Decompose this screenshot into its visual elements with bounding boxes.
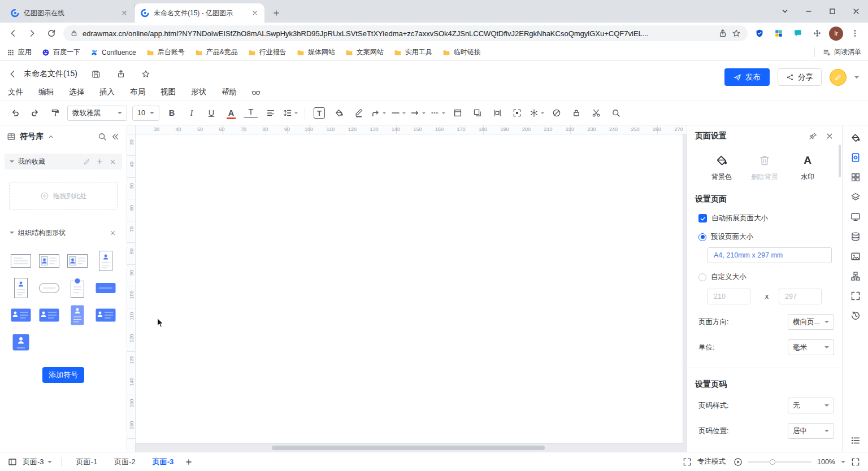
symbol-blue-badge[interactable] [7, 329, 35, 356]
tab-close-icon[interactable] [250, 8, 260, 18]
font-size-select[interactable]: 10 [132, 106, 159, 121]
document-title[interactable]: 未命名文件(15) [24, 69, 77, 79]
bookmark-item[interactable]: 行业报告 [248, 47, 287, 57]
bold-button[interactable]: B [164, 106, 179, 120]
clear-style-button[interactable] [549, 106, 564, 120]
fill-color-button[interactable] [332, 106, 346, 120]
page-tab[interactable]: 页面-3 [153, 457, 174, 467]
symbol-blue-person[interactable] [92, 302, 120, 329]
panel-scrollbar[interactable] [839, 145, 841, 177]
collapse-left-icon[interactable] [111, 132, 120, 141]
close-icon[interactable] [108, 228, 117, 237]
fill-style-tab-icon[interactable] [850, 132, 861, 143]
zoom-slider-thumb[interactable] [770, 459, 775, 465]
structure-tab-icon[interactable] [850, 271, 861, 282]
focus-mode-label[interactable]: 专注模式 [697, 457, 726, 466]
tab-close-icon[interactable] [119, 8, 129, 18]
menu-item[interactable]: 选择 [69, 87, 84, 97]
symbol-blue-person-tall[interactable] [63, 302, 92, 329]
apps-button[interactable]: 应用 [7, 47, 32, 57]
browser-menu-icon[interactable] [848, 26, 862, 41]
menu-item[interactable]: 插入 [99, 87, 115, 97]
bookmark-item[interactable]: 实用工具 [394, 47, 432, 57]
symbol-card-photo[interactable] [35, 247, 63, 274]
extensions-puzzle-icon[interactable] [810, 26, 824, 41]
bookmark-item[interactable]: 媒体网站 [297, 47, 335, 57]
auto-expand-checkbox[interactable]: 自动拓展页面大小 [687, 204, 842, 223]
maximize-button[interactable] [821, 0, 844, 23]
bookmark-item[interactable]: Confluence [90, 49, 136, 56]
custom-height-input[interactable]: 297 [779, 289, 822, 304]
line-style-select[interactable] [391, 106, 406, 120]
redo-icon[interactable] [28, 106, 42, 120]
preset-size-input[interactable]: A4, 210mm x 297 mm [708, 247, 832, 263]
custom-size-radio[interactable]: 自定义大小 [687, 263, 842, 282]
publish-button[interactable]: 发布 [724, 68, 770, 86]
list-menu-icon[interactable] [850, 435, 861, 446]
menu-item[interactable]: 布局 [130, 87, 145, 97]
symbol-card-lines[interactable] [7, 247, 35, 274]
user-avatar[interactable] [830, 69, 847, 86]
presentation-tab-icon[interactable] [850, 211, 861, 223]
forward-icon[interactable] [25, 26, 40, 41]
menu-item[interactable]: 文件 [8, 87, 23, 97]
bookmark-star-icon[interactable] [732, 29, 741, 38]
tools-button[interactable] [589, 106, 604, 120]
watermark-button[interactable]: A水印 [790, 154, 825, 182]
library-search-icon[interactable] [98, 132, 107, 141]
chat-extension-icon[interactable] [791, 26, 805, 41]
symbol-dropzone[interactable]: 拖拽到此处 [9, 182, 118, 210]
symbol-pill[interactable] [35, 274, 63, 302]
reader-glasses-icon[interactable] [251, 88, 261, 97]
format-painter-icon[interactable] [47, 106, 62, 120]
favorite-star-icon[interactable] [140, 68, 152, 80]
menu-item[interactable]: 帮助 [222, 87, 237, 97]
scrollbar-thumb[interactable] [272, 446, 545, 450]
refresh-icon[interactable] [44, 26, 59, 41]
line-spacing-button[interactable] [283, 106, 298, 120]
symbol-blue-rect[interactable] [92, 274, 120, 302]
share-button[interactable]: 分享 [778, 68, 822, 86]
text-effect-button[interactable]: T [244, 108, 258, 119]
beautify-button[interactable] [530, 106, 544, 120]
collapse-up-icon[interactable] [47, 133, 54, 140]
lock-button[interactable] [569, 106, 584, 120]
page-selector[interactable]: 页面-3 [23, 457, 52, 467]
orgchart-section-header[interactable]: 组织结构图形状 [5, 225, 122, 241]
export-icon[interactable] [115, 68, 127, 80]
share-page-icon[interactable] [718, 29, 727, 38]
focus-mode-icon[interactable] [683, 457, 692, 466]
menu-item[interactable]: 编辑 [38, 87, 54, 97]
symbol-blue-person[interactable] [7, 302, 35, 329]
menu-item[interactable]: 形状 [191, 87, 206, 97]
browser-profile-badge[interactable]: Ir [829, 27, 843, 41]
symbol-blue-person[interactable] [35, 302, 63, 329]
page-number-position-select[interactable]: 居中 [788, 423, 834, 439]
preset-size-radio[interactable]: 预设页面大小 [687, 223, 842, 242]
dash-style-select[interactable] [431, 106, 445, 120]
italic-button[interactable]: I [184, 106, 199, 120]
unit-select[interactable]: 毫米 [788, 339, 834, 355]
symbol-card-portrait[interactable] [7, 274, 35, 302]
arrow-style-select[interactable] [411, 106, 426, 120]
fullscreen-icon[interactable] [851, 457, 860, 466]
bookmark-item[interactable]: 文案网站 [345, 47, 384, 57]
menu-item[interactable]: 视图 [160, 87, 176, 97]
bookmark-item[interactable]: 后台账号 [146, 47, 185, 57]
close-icon[interactable] [108, 157, 117, 166]
align-button[interactable] [263, 106, 278, 120]
search-button[interactable] [609, 106, 623, 120]
orientation-select[interactable]: 横向页... [788, 314, 834, 330]
bookmark-item[interactable]: 临时链接 [442, 47, 481, 57]
font-color-button[interactable]: A [224, 106, 238, 120]
minimize-button[interactable] [797, 0, 821, 23]
close-panel-icon[interactable] [825, 132, 834, 141]
bookmark-item[interactable]: 百度一下 [42, 47, 80, 57]
docs-extension-icon[interactable] [771, 26, 786, 41]
symbol-card-photo[interactable] [63, 247, 92, 274]
favorites-section-header[interactable]: 我的收藏 [5, 154, 122, 169]
zoom-level[interactable]: 100% [817, 458, 835, 466]
text-tool-button[interactable]: T [312, 106, 327, 120]
save-icon[interactable] [90, 68, 102, 80]
close-window-button[interactable] [844, 0, 868, 23]
